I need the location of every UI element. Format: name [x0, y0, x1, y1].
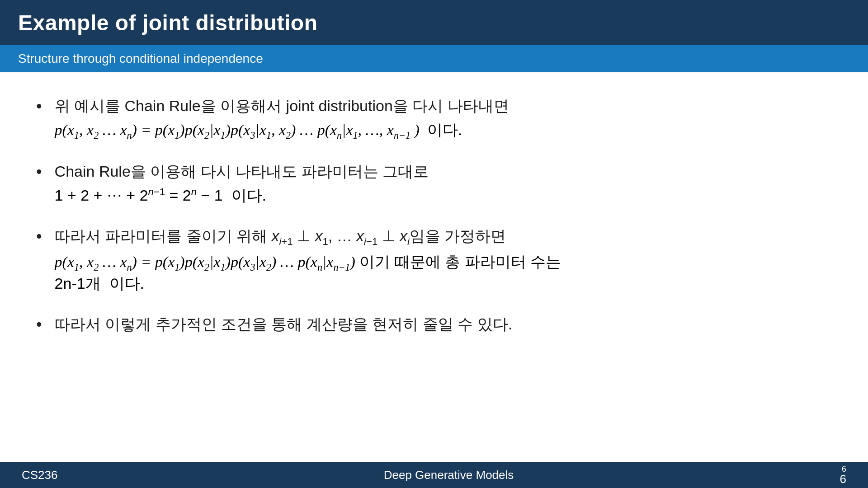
bullet-math-3: p(x1, x2 … xn) = p(x1)p(x2|x1)p(x3|x2) …… — [55, 252, 561, 294]
bullet-dot-1: • — [36, 96, 42, 117]
slide-header: Example of joint distribution — [0, 0, 868, 45]
bullet-item-1: • 위 예시를 Chain Rule을 이용해서 joint distribut… — [36, 95, 832, 141]
slide: Example of joint distribution Structure … — [0, 0, 868, 488]
bullet-text-block-3: 따라서 파라미터를 줄이기 위해 xi+1 ⊥ x1, … xi−1 ⊥ xi임… — [55, 225, 561, 294]
bullet-text-2: Chain Rule을 이용해 다시 나타내도 파라미터는 그대로 — [55, 160, 429, 183]
bullet-math-1: p(x1, x2 … xn) = p(x1)p(x2|x1)p(x3|x1, x… — [55, 120, 509, 141]
bullet-text-block-1: 위 예시를 Chain Rule을 이용해서 joint distributio… — [55, 95, 509, 141]
slide-content: • 위 예시를 Chain Rule을 이용해서 joint distribut… — [0, 72, 868, 462]
footer-page: 6 6 — [840, 465, 846, 485]
slide-footer: CS236 Deep Generative Models 6 6 — [0, 462, 868, 488]
bullet-dot-4: • — [36, 314, 42, 335]
bullet-text-block-4: 따라서 이렇게 추가적인 조건을 통해 계산량을 현저히 줄일 수 있다. — [55, 313, 512, 335]
footer-page-large: 6 — [840, 473, 846, 485]
slide-subtitle: Structure through conditional independen… — [18, 52, 263, 66]
bullet-text-1: 위 예시를 Chain Rule을 이용해서 joint distributio… — [55, 95, 509, 117]
footer-course: CS236 — [22, 468, 58, 482]
bullet-dot-3: • — [36, 226, 42, 247]
bullet-text-4: 따라서 이렇게 추가적인 조건을 통해 계산량을 현저히 줄일 수 있다. — [55, 313, 512, 335]
bullet-math-2: 1 + 2 + ⋯ + 2n−1 = 2n − 1 이다. — [55, 185, 429, 206]
slide-title: Example of joint distribution — [18, 10, 318, 35]
slide-subheader: Structure through conditional independen… — [0, 45, 868, 72]
bullet-item-4: • 따라서 이렇게 추가적인 조건을 통해 계산량을 현저히 줄일 수 있다. — [36, 313, 832, 335]
bullet-text-3: 따라서 파라미터를 줄이기 위해 xi+1 ⊥ x1, … xi−1 ⊥ xi임… — [55, 225, 561, 249]
bullet-text-block-2: Chain Rule을 이용해 다시 나타내도 파라미터는 그대로 1 + 2 … — [55, 160, 429, 206]
bullet-item-2: • Chain Rule을 이용해 다시 나타내도 파라미터는 그대로 1 + … — [36, 160, 832, 206]
bullet-item-3: • 따라서 파라미터를 줄이기 위해 xi+1 ⊥ x1, … xi−1 ⊥ x… — [36, 225, 832, 294]
bullet-dot-2: • — [36, 161, 42, 183]
footer-course-name: Deep Generative Models — [384, 468, 514, 482]
